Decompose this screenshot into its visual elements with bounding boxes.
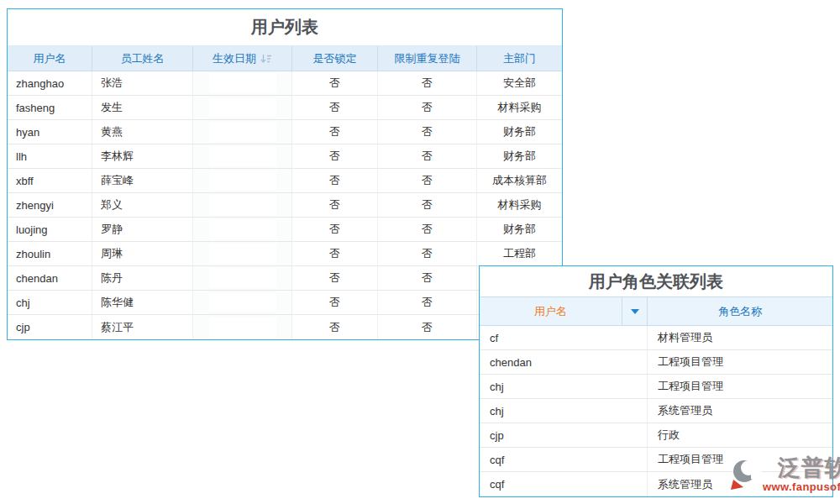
column-header-effective-date[interactable]: 生效日期 (193, 46, 292, 71)
is-locked-cell: 否 (292, 144, 378, 169)
main-department-cell: 成本核算部 (477, 169, 562, 193)
effective-date-cell (193, 266, 292, 291)
table-row[interactable]: zhengyi 郑义 否 否 材料采购 (8, 193, 562, 218)
username-cell: chendan (480, 350, 647, 375)
effective-date-input[interactable] (209, 97, 276, 118)
employee-name-cell: 罗静 (92, 218, 193, 242)
user-role-title: 用户角色关联列表 (480, 266, 832, 297)
employee-name-cell: 郑义 (92, 193, 193, 218)
username-cell: chj (480, 399, 647, 423)
column-header-employee-name[interactable]: 员工姓名 (92, 46, 193, 71)
main-department-cell: 财务部 (477, 218, 562, 242)
main-department-cell: 工程部 (477, 242, 562, 266)
effective-date-cell (193, 291, 292, 315)
sort-descending-icon[interactable] (260, 54, 272, 64)
table-row[interactable]: cf 材料管理员 (480, 326, 832, 350)
effective-date-cell (193, 120, 292, 144)
table-row[interactable]: chj 工程项目管理 (480, 375, 832, 399)
column-header-role-name[interactable]: 角色名称 (647, 297, 832, 325)
main-department-cell: 材料采购 (477, 193, 562, 218)
username-cell: cqf (480, 472, 647, 496)
user-list-title: 用户列表 (8, 9, 562, 46)
username-cell: cqf (480, 448, 647, 472)
table-row[interactable]: cjp 行政 (480, 423, 832, 448)
username-cell: xbff (8, 169, 92, 193)
column-header-username[interactable]: 用户名 (8, 46, 92, 71)
table-row[interactable]: cqf 系统管理员 (480, 472, 832, 496)
employee-name-cell: 李林辉 (92, 144, 193, 169)
column-header-is-locked[interactable]: 是否锁定 (292, 46, 378, 71)
username-cell: fasheng (8, 96, 92, 120)
restrict-login-cell: 否 (378, 96, 477, 120)
effective-date-input[interactable] (209, 244, 276, 264)
is-locked-cell: 否 (292, 242, 378, 266)
effective-date-input[interactable] (209, 122, 276, 142)
is-locked-cell: 否 (292, 120, 378, 144)
role-name-cell: 工程项目管理 (647, 375, 832, 399)
effective-date-cell (193, 169, 292, 193)
employee-name-cell: 发生 (92, 96, 193, 120)
effective-date-input[interactable] (209, 318, 276, 338)
employee-name-cell: 陈华健 (92, 291, 193, 315)
table-row[interactable]: hyan 黄燕 否 否 财务部 (8, 120, 562, 144)
username-cell: chj (480, 375, 647, 399)
effective-date-cell (193, 193, 292, 218)
employee-name-cell: 黄燕 (92, 120, 193, 144)
table-row[interactable]: chj 系统管理员 (480, 399, 832, 423)
role-name-cell: 系统管理员 (647, 472, 832, 496)
restrict-login-cell: 否 (378, 266, 477, 291)
employee-name-cell: 陈丹 (92, 266, 193, 291)
is-locked-cell: 否 (292, 266, 378, 291)
table-row[interactable]: cqf 工程项目管理 (480, 448, 832, 472)
effective-date-cell (193, 315, 292, 339)
restrict-login-cell: 否 (378, 144, 477, 169)
table-row[interactable]: luojing 罗静 否 否 财务部 (8, 218, 562, 242)
is-locked-cell: 否 (292, 96, 378, 120)
effective-date-cell (193, 144, 292, 169)
role-name-cell: 系统管理员 (647, 399, 832, 423)
effective-date-cell (193, 96, 292, 120)
restrict-login-cell: 否 (378, 120, 477, 144)
effective-date-input[interactable] (209, 146, 276, 166)
user-list-header-row: 用户名 员工姓名 生效日期 是否锁定 限制重复登陆 主部门 (8, 46, 562, 71)
column-header-username-filtered[interactable]: 用户名 (480, 297, 622, 325)
table-row[interactable]: fasheng 发生 否 否 材料采购 (8, 96, 562, 120)
effective-date-input[interactable] (209, 73, 276, 93)
effective-date-input[interactable] (209, 171, 276, 191)
role-name-cell: 材料管理员 (647, 326, 832, 350)
username-cell: cjp (8, 315, 92, 339)
effective-date-input[interactable] (209, 195, 276, 215)
employee-name-cell: 张浩 (92, 71, 193, 96)
effective-date-cell (193, 218, 292, 242)
main-department-cell: 材料采购 (477, 96, 562, 120)
column-header-main-department[interactable]: 主部门 (477, 46, 562, 71)
column-header-restrict-login[interactable]: 限制重复登陆 (378, 46, 477, 71)
table-row[interactable]: llh 李林辉 否 否 财务部 (8, 144, 562, 169)
restrict-login-cell: 否 (378, 169, 477, 193)
role-name-cell: 工程项目管理 (647, 448, 832, 472)
effective-date-input[interactable] (209, 219, 276, 239)
filter-dropdown-icon[interactable] (622, 297, 647, 325)
username-cell: chj (8, 291, 92, 315)
username-cell: zhoulin (8, 242, 92, 266)
employee-name-cell: 蔡江平 (92, 315, 193, 339)
is-locked-cell: 否 (292, 315, 378, 339)
username-cell: llh (8, 144, 92, 169)
is-locked-cell: 否 (292, 193, 378, 218)
table-row[interactable]: chendan 工程项目管理 (480, 350, 832, 375)
username-cell: chendan (8, 266, 92, 291)
table-row[interactable]: zhoulin 周琳 否 否 工程部 (8, 242, 562, 266)
effective-date-input[interactable] (209, 268, 276, 288)
username-cell: cf (480, 326, 647, 350)
username-cell: luojing (8, 218, 92, 242)
restrict-login-cell: 否 (378, 291, 477, 315)
username-cell: zhengyi (8, 193, 92, 218)
is-locked-cell: 否 (292, 71, 378, 96)
table-row[interactable]: zhanghao 张浩 否 否 安全部 (8, 71, 562, 96)
main-department-cell: 安全部 (477, 71, 562, 96)
restrict-login-cell: 否 (378, 71, 477, 96)
user-role-panel: 用户角色关联列表 用户名 角色名称 cf 材料管理员 chendan 工程项目管… (479, 265, 833, 497)
effective-date-input[interactable] (209, 292, 276, 312)
table-row[interactable]: xbff 薛宝峰 否 否 成本核算部 (8, 169, 562, 193)
restrict-login-cell: 否 (378, 218, 477, 242)
